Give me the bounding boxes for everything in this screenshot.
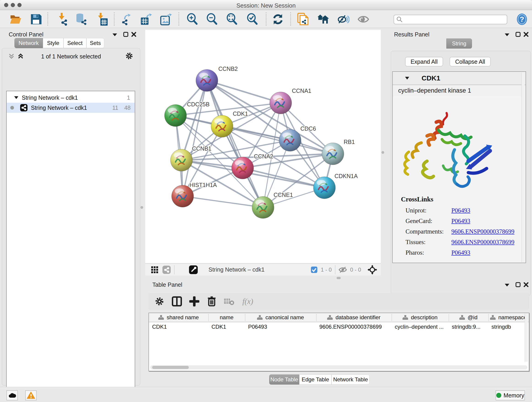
cloud-status-button[interactable] [6, 390, 18, 400]
import-table-icon[interactable] [96, 13, 108, 25]
save-session-icon[interactable] [30, 13, 42, 25]
network-options-gear-icon[interactable] [125, 52, 133, 60]
expand-all-button[interactable]: Expand All [405, 57, 443, 66]
protein-collapse-icon[interactable] [405, 76, 410, 80]
tab-string[interactable]: String [446, 38, 472, 49]
tab-style[interactable]: Style [43, 38, 63, 48]
horizontal-scrollbar[interactable] [150, 365, 527, 370]
vertical-scrollbar[interactable] [525, 313, 528, 362]
create-column-plus-icon[interactable] [188, 295, 201, 308]
import-database-icon[interactable] [75, 13, 87, 25]
show-graphics-details-icon[interactable] [357, 13, 369, 25]
table-cell[interactable]: CDK1 [149, 322, 208, 332]
table-cell[interactable]: cyclin–dependent ... [392, 322, 449, 332]
crosslink-link[interactable]: 9606.ENSP00000378699 [451, 228, 514, 235]
network-node-CDK1[interactable]: CDK1 [211, 110, 248, 137]
column-header-namespace[interactable]: namespace [488, 313, 529, 322]
horizontal-scrollbar-thumb[interactable] [152, 366, 189, 369]
column-separator[interactable] [449, 314, 449, 321]
tab-node-table[interactable]: Node Table [269, 375, 299, 385]
right-split-handle[interactable] [381, 151, 384, 154]
crosslink-link[interactable]: 9606.ENSP00000378699 [451, 239, 514, 246]
string-copy-network-icon[interactable] [297, 13, 309, 25]
zoom-in-icon[interactable] [186, 13, 198, 25]
refresh-icon[interactable] [272, 13, 284, 25]
import-network-icon[interactable] [56, 13, 68, 25]
panel-menu-icon[interactable] [504, 283, 510, 287]
table-cell[interactable]: P06493 [245, 322, 316, 332]
help-icon[interactable]: ? [516, 13, 528, 25]
hidden-eye-slash-icon[interactable] [339, 267, 347, 273]
column-header-shared-name[interactable]: shared name [149, 313, 208, 322]
birds-eye-view-icon[interactable] [189, 265, 198, 274]
open-session-icon[interactable] [10, 13, 22, 25]
selected-checkbox-icon[interactable] [311, 266, 317, 273]
network-view-share-icon[interactable] [162, 265, 171, 274]
close-panel-icon[interactable] [131, 32, 137, 37]
column-header-canonical-name[interactable]: canonical name [245, 313, 316, 322]
zoom-fit-icon[interactable] [226, 13, 238, 25]
network-edges[interactable] [176, 80, 333, 207]
float-panel-icon[interactable] [123, 32, 128, 37]
crosslink-link[interactable]: P06493 [451, 217, 470, 225]
network-collection-row[interactable]: String Network – cdk1 1 [7, 93, 135, 103]
expand-all-networks-icon[interactable] [17, 53, 24, 60]
column-header-database-identifier[interactable]: database identifier [316, 313, 392, 322]
table-cell[interactable]: 9606.ENSP00000378699 [316, 322, 392, 332]
collapse-all-networks-icon[interactable] [8, 53, 15, 60]
string-hide-style-icon[interactable] [337, 13, 349, 25]
tab-network-table[interactable]: Network Table [331, 375, 370, 385]
table-cell[interactable]: CDK1 [208, 322, 245, 332]
column-separator[interactable] [208, 314, 209, 321]
network-canvas[interactable]: CCNB2CCNA1CDC25BCDK1CDC6RB1CCNB1CCNA2CDK… [145, 30, 381, 263]
node-table-grid[interactable]: shared namenamecanonical namedatabase id… [148, 313, 529, 371]
delete-column-trash-icon[interactable] [205, 295, 218, 308]
network-node-CCNB1[interactable]: CCNB1 [171, 145, 211, 171]
function-builder-fx[interactable]: f(x) [240, 295, 255, 308]
table-cell[interactable]: stringdb:9... [449, 322, 488, 332]
network-node-HIST1H1A[interactable]: HIST1H1A [172, 182, 217, 207]
table-settings-gear-icon[interactable] [153, 295, 166, 308]
string-network-graph[interactable]: CCNB2CCNA1CDC25BCDK1CDC6RB1CCNB1CCNA2CDK… [145, 30, 381, 263]
column-header-@id[interactable]: @id [449, 313, 488, 322]
bottom-split-handle[interactable] [336, 277, 341, 279]
panel-menu-icon[interactable] [112, 32, 118, 37]
close-panel-icon[interactable] [523, 282, 529, 287]
crosslink-link[interactable]: P06493 [451, 207, 470, 214]
export-image-icon[interactable] [160, 13, 172, 25]
show-columns-icon[interactable] [171, 295, 183, 308]
table-cell[interactable]: stringdb [488, 322, 529, 332]
protein-card-header[interactable]: CDK1 [393, 72, 526, 85]
close-panel-icon[interactable] [523, 32, 529, 37]
panel-menu-icon[interactable] [504, 32, 510, 37]
collection-expand-icon[interactable] [14, 96, 19, 99]
column-header-description[interactable]: description [392, 313, 449, 322]
search-input[interactable] [403, 16, 501, 23]
network-node-CCNA1[interactable]: CCNA1 [270, 88, 311, 114]
tab-select[interactable]: Select [63, 38, 86, 48]
delete-table-icon[interactable] [223, 295, 235, 308]
network-node-RB1[interactable]: RB1 [322, 139, 355, 165]
crosslink-link[interactable]: P06493 [451, 249, 470, 256]
float-panel-icon[interactable] [515, 282, 521, 287]
window-titlebar[interactable]: Session: New Session [0, 0, 532, 10]
left-split-handle[interactable] [140, 206, 143, 209]
network-node-CDC6[interactable]: CDC6 [279, 125, 316, 151]
column-separator[interactable] [245, 314, 245, 321]
column-header-name[interactable]: name [208, 313, 245, 322]
float-panel-icon[interactable] [515, 32, 521, 37]
protein-card-scrollbar[interactable] [521, 72, 525, 262]
tab-edge-table[interactable]: Edge Table [299, 375, 331, 385]
tab-network[interactable]: Network [14, 38, 43, 48]
column-separator[interactable] [392, 314, 392, 321]
fit-content-crosshair-icon[interactable] [367, 265, 377, 274]
column-separator[interactable] [316, 314, 317, 321]
network-node-CDKN1A[interactable]: CDKN1A [313, 173, 358, 199]
search-box[interactable] [394, 15, 507, 24]
warnings-button[interactable] [25, 390, 37, 400]
column-separator[interactable] [488, 314, 489, 321]
memory-button[interactable]: Memory [496, 390, 525, 400]
collapse-all-button[interactable]: Collapse All [450, 57, 491, 66]
export-table-icon[interactable] [140, 13, 152, 25]
export-network-icon[interactable] [120, 13, 132, 25]
